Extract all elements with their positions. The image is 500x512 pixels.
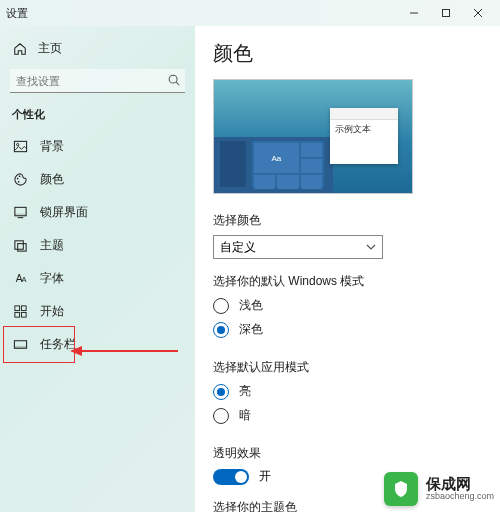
windows-mode-dark[interactable]: 深色 <box>213 321 482 338</box>
windows-mode-label: 选择你的默认 Windows 模式 <box>213 273 482 290</box>
svg-rect-14 <box>14 241 22 249</box>
svg-rect-20 <box>14 312 19 317</box>
window-title: 设置 <box>6 6 28 21</box>
radio-label: 亮 <box>239 383 251 400</box>
svg-rect-18 <box>14 306 19 311</box>
picture-icon <box>12 139 28 155</box>
theme-icon <box>12 238 28 254</box>
svg-point-8 <box>16 178 18 180</box>
home-link[interactable]: 主页 <box>0 34 195 63</box>
radio-icon <box>213 322 229 338</box>
dropdown-value: 自定义 <box>220 239 256 256</box>
palette-icon <box>12 172 28 188</box>
font-icon: AA <box>12 271 28 287</box>
titlebar: 设置 <box>0 0 500 26</box>
svg-rect-23 <box>14 346 26 348</box>
sidebar-item-label: 锁屏界面 <box>40 204 88 221</box>
chevron-down-icon <box>366 242 376 252</box>
taskbar-icon <box>12 337 28 353</box>
svg-rect-15 <box>17 244 25 252</box>
sidebar-item-colors[interactable]: 颜色 <box>0 163 195 196</box>
home-icon <box>12 41 28 57</box>
preview-tile-large: Aa <box>254 143 299 173</box>
nav-list: 背景 颜色 锁屏界面 主题 AA 字体 <box>0 130 195 361</box>
lockscreen-icon <box>12 205 28 221</box>
sidebar-item-label: 主题 <box>40 237 64 254</box>
preview-start-column <box>220 141 246 187</box>
preview-sample-titlebar <box>330 108 398 120</box>
minimize-button[interactable] <box>398 0 430 26</box>
radio-label: 暗 <box>239 407 251 424</box>
sidebar-item-label: 开始 <box>40 303 64 320</box>
transparency-toggle[interactable] <box>213 469 249 485</box>
search-input[interactable] <box>10 69 185 93</box>
sidebar-item-themes[interactable]: 主题 <box>0 229 195 262</box>
watermark-badge-icon <box>384 472 418 506</box>
section-label: 个性化 <box>0 103 195 130</box>
page-title: 颜色 <box>213 40 482 67</box>
sidebar-item-label: 字体 <box>40 270 64 287</box>
main-panel: 颜色 Aa 示例文本 选择颜色 自定义 <box>195 26 500 512</box>
svg-point-10 <box>17 181 19 183</box>
sidebar: 主页 个性化 背景 颜色 锁屏界面 <box>0 26 195 512</box>
sidebar-item-label: 任务栏 <box>40 336 76 353</box>
content-area: 主页 个性化 背景 颜色 锁屏界面 <box>0 26 500 512</box>
watermark-text-cn: 保成网 <box>426 476 494 493</box>
start-icon <box>12 304 28 320</box>
preview-sample-window: 示例文本 <box>330 108 398 164</box>
app-mode-label: 选择默认应用模式 <box>213 359 482 376</box>
svg-line-5 <box>176 82 179 85</box>
svg-point-4 <box>169 75 177 83</box>
svg-rect-1 <box>443 10 450 17</box>
svg-rect-21 <box>21 312 26 317</box>
radio-label: 浅色 <box>239 297 263 314</box>
color-preview: Aa 示例文本 <box>213 79 413 194</box>
sidebar-item-fonts[interactable]: AA 字体 <box>0 262 195 295</box>
sidebar-item-label: 背景 <box>40 138 64 155</box>
sidebar-item-lockscreen[interactable]: 锁屏界面 <box>0 196 195 229</box>
watermark-text-en: zsbaocheng.com <box>426 492 494 502</box>
svg-point-9 <box>18 175 20 177</box>
settings-window: 设置 主页 个性化 <box>0 0 500 512</box>
svg-rect-19 <box>21 306 26 311</box>
search-wrap <box>10 69 185 93</box>
svg-rect-12 <box>14 213 25 215</box>
search-icon <box>167 73 181 87</box>
svg-text:A: A <box>21 275 26 284</box>
app-mode-dark[interactable]: 暗 <box>213 407 482 424</box>
radio-label: 深色 <box>239 321 263 338</box>
close-button[interactable] <box>462 0 494 26</box>
toggle-value: 开 <box>259 468 271 485</box>
radio-icon <box>213 298 229 314</box>
choose-color-label: 选择颜色 <box>213 212 482 229</box>
sidebar-item-taskbar[interactable]: 任务栏 <box>0 328 195 361</box>
preview-sample-text: 示例文本 <box>330 120 398 139</box>
watermark: 保成网 zsbaocheng.com <box>384 472 494 506</box>
sidebar-item-label: 颜色 <box>40 171 64 188</box>
sidebar-item-start[interactable]: 开始 <box>0 295 195 328</box>
transparency-label: 透明效果 <box>213 445 482 462</box>
maximize-button[interactable] <box>430 0 462 26</box>
windows-mode-light[interactable]: 浅色 <box>213 297 482 314</box>
preview-start-tiles: Aa <box>252 141 324 187</box>
choose-color-dropdown[interactable]: 自定义 <box>213 235 383 259</box>
radio-icon <box>213 384 229 400</box>
sidebar-item-background[interactable]: 背景 <box>0 130 195 163</box>
home-label: 主页 <box>38 40 62 57</box>
radio-icon <box>213 408 229 424</box>
svg-point-7 <box>16 144 18 146</box>
app-mode-light[interactable]: 亮 <box>213 383 482 400</box>
